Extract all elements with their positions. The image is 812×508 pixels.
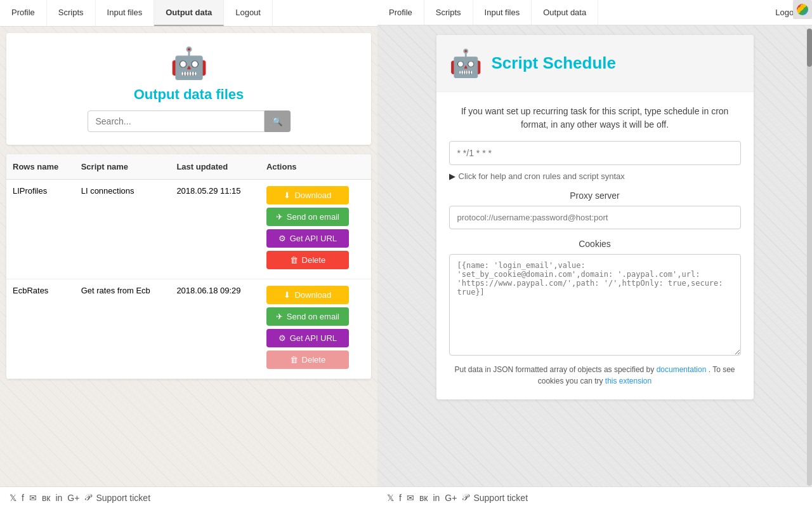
row1-download-button[interactable]: ⬇ Download bbox=[266, 186, 349, 204]
left-tab-logout[interactable]: Logout bbox=[224, 0, 273, 26]
vk-icon[interactable]: вк bbox=[42, 493, 51, 503]
email-icon-right[interactable]: ✉ bbox=[407, 493, 414, 503]
left-content: 🤖 Output data files 🔍 Rows name Script n… bbox=[0, 27, 377, 486]
vk-icon-right[interactable]: вк bbox=[419, 493, 428, 503]
right-tab-profile[interactable]: Profile bbox=[377, 0, 424, 25]
search-bar: 🔍 bbox=[88, 110, 291, 132]
pinterest-icon-right[interactable]: 𝒫 bbox=[462, 492, 468, 503]
search-button[interactable]: 🔍 bbox=[265, 110, 291, 132]
send-icon: ✈ bbox=[276, 212, 283, 222]
output-data-title: Output data files bbox=[134, 86, 244, 103]
right-tab-bar: Profile Scripts Input files Output data … bbox=[377, 0, 812, 25]
right-panel: Profile Scripts Input files Output data … bbox=[377, 0, 812, 508]
facebook-icon[interactable]: f bbox=[22, 493, 24, 503]
schedule-description: If you want set up recurring task for th… bbox=[449, 105, 741, 131]
chrome-icon-area bbox=[793, 0, 812, 19]
cookies-label: Cookies bbox=[449, 239, 741, 249]
left-tab-input-files[interactable]: Input files bbox=[96, 0, 155, 26]
scroll-bar-right[interactable] bbox=[807, 29, 812, 486]
proxy-label: Proxy server bbox=[449, 190, 741, 201]
schedule-card: 🤖 Script Schedule If you want set up rec… bbox=[436, 35, 754, 399]
api-icon: ⚙ bbox=[278, 234, 286, 243]
api-icon: ⚙ bbox=[278, 333, 286, 343]
linkedin-icon[interactable]: in bbox=[55, 493, 62, 503]
facebook-icon-right[interactable]: f bbox=[399, 493, 402, 503]
left-tab-scripts[interactable]: Scripts bbox=[47, 0, 96, 26]
row2-delete-button[interactable]: 🗑 Delete bbox=[266, 351, 349, 369]
row2-api-button[interactable]: ⚙ Get API URL bbox=[266, 329, 349, 347]
row1-actions: ⬇ Download ✈ Send on email ⚙ Get API URL bbox=[260, 180, 371, 279]
linkedin-icon-right[interactable]: in bbox=[433, 493, 440, 503]
cookies-note-text-before: Put data in JSON formatted array of obje… bbox=[454, 365, 656, 374]
proxy-input[interactable] bbox=[449, 206, 741, 229]
left-tab-bar: Profile Scripts Input files Output data … bbox=[0, 0, 377, 27]
right-footer: 𝕏 f ✉ вк in G+ 𝒫 Support ticket bbox=[377, 486, 812, 508]
robot-icon-right: 🤖 bbox=[449, 48, 482, 79]
right-tab-scripts[interactable]: Scripts bbox=[424, 0, 473, 25]
left-tab-profile[interactable]: Profile bbox=[0, 0, 47, 26]
delete-icon: 🗑 bbox=[290, 355, 298, 364]
robot-icon-left: 🤖 bbox=[170, 46, 208, 81]
schedule-header: 🤖 Script Schedule bbox=[436, 35, 754, 92]
row2-script-name: Get rates from Ecb bbox=[75, 279, 171, 379]
row2-rows-name: EcbRates bbox=[6, 279, 75, 379]
row1-rows-name: LIProfiles bbox=[6, 180, 75, 279]
google-plus-icon-right[interactable]: G+ bbox=[445, 493, 457, 503]
col-rows-name: Rows name bbox=[6, 154, 75, 180]
row1-last-updated: 2018.05.29 11:15 bbox=[170, 180, 260, 279]
row1-send-button[interactable]: ✈ Send on email bbox=[266, 208, 349, 226]
table-row: EcbRates Get rates from Ecb 2018.06.18 0… bbox=[6, 279, 371, 379]
delete-icon: 🗑 bbox=[290, 255, 298, 265]
twitter-icon[interactable]: 𝕏 bbox=[10, 493, 16, 503]
row2-last-updated: 2018.06.18 09:29 bbox=[170, 279, 260, 379]
send-icon: ✈ bbox=[276, 312, 283, 321]
support-ticket-link[interactable]: Support ticket bbox=[96, 493, 150, 503]
scroll-thumb-right[interactable] bbox=[807, 29, 812, 67]
documentation-link[interactable]: documentation bbox=[657, 365, 707, 374]
download-icon: ⬇ bbox=[284, 190, 291, 200]
twitter-icon-right[interactable]: 𝕏 bbox=[387, 493, 394, 503]
right-tab-output-data[interactable]: Output data bbox=[532, 0, 598, 25]
email-icon[interactable]: ✉ bbox=[29, 493, 37, 503]
schedule-title: Script Schedule bbox=[492, 53, 617, 73]
row1-api-button[interactable]: ⚙ Get API URL bbox=[266, 229, 349, 248]
extension-link[interactable]: this extension bbox=[605, 377, 652, 385]
output-data-header: 🤖 Output data files 🔍 bbox=[6, 33, 371, 145]
row2-send-button[interactable]: ✈ Send on email bbox=[266, 307, 349, 326]
cookies-textarea[interactable] bbox=[449, 254, 741, 356]
right-tab-input-files[interactable]: Input files bbox=[473, 0, 532, 25]
chevron-right-icon: ▶ bbox=[449, 171, 455, 181]
col-actions: Actions bbox=[260, 154, 371, 180]
support-ticket-link-right[interactable]: Support ticket bbox=[473, 493, 528, 503]
col-script-name: Script name bbox=[75, 154, 171, 180]
download-icon: ⬇ bbox=[284, 290, 291, 300]
col-last-updated: Last updated bbox=[170, 154, 260, 180]
chrome-logo-icon bbox=[797, 4, 808, 15]
help-link-text: Click for help and cron rules and script… bbox=[459, 171, 625, 181]
left-panel: Profile Scripts Input files Output data … bbox=[0, 0, 377, 508]
right-content: 🤖 Script Schedule If you want set up rec… bbox=[377, 25, 812, 486]
cron-input[interactable] bbox=[449, 141, 741, 165]
search-input[interactable] bbox=[88, 110, 265, 132]
schedule-body: If you want set up recurring task for th… bbox=[436, 92, 754, 399]
row1-script-name: LI connections bbox=[75, 180, 171, 279]
row1-delete-button[interactable]: 🗑 Delete bbox=[266, 251, 349, 269]
pinterest-icon[interactable]: 𝒫 bbox=[84, 492, 91, 503]
cookies-note: Put data in JSON formatted array of obje… bbox=[449, 364, 741, 387]
left-footer: 𝕏 f ✉ вк in G+ 𝒫 Support ticket bbox=[0, 486, 377, 508]
left-tab-output-data[interactable]: Output data bbox=[154, 0, 224, 26]
output-data-table: Rows name Script name Last updated Actio… bbox=[6, 154, 371, 379]
row2-download-button[interactable]: ⬇ Download bbox=[266, 286, 349, 304]
row2-actions: ⬇ Download ✈ Send on email ⚙ Get API URL bbox=[260, 279, 371, 379]
table-row: LIProfiles LI connections 2018.05.29 11:… bbox=[6, 180, 371, 279]
cron-help-link[interactable]: ▶ Click for help and cron rules and scri… bbox=[449, 171, 741, 181]
google-plus-icon[interactable]: G+ bbox=[67, 493, 79, 503]
